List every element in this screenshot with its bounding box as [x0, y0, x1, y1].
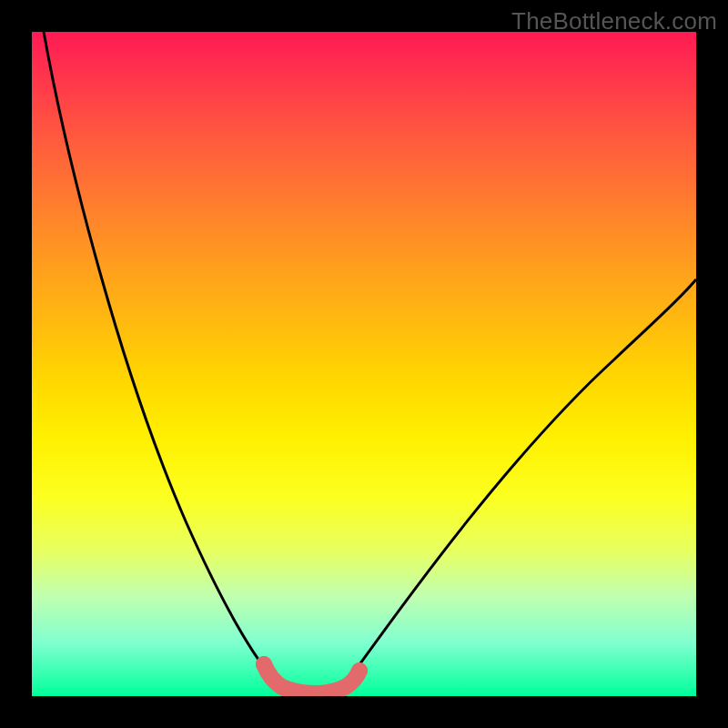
chart-frame: TheBottleneck.com: [0, 0, 728, 728]
heart-dot-left: [256, 656, 272, 672]
curve-layer: [32, 32, 696, 696]
heart-dot-right: [351, 662, 368, 679]
left-curve: [44, 32, 275, 680]
plot-area: [32, 32, 696, 696]
heart-band: [264, 664, 359, 693]
right-curve: [349, 279, 696, 680]
watermark-text: TheBottleneck.com: [511, 7, 717, 35]
